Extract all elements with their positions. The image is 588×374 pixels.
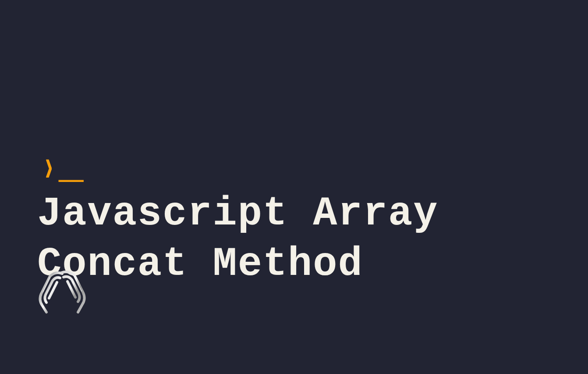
- chevron-icon: ›: [42, 145, 56, 192]
- page-title: Javascript Array Concat Method: [37, 189, 554, 289]
- underscore-icon: _: [59, 146, 80, 188]
- title-line: › _ Javascript Array Concat Method: [37, 147, 554, 289]
- prompt-icon: › _: [37, 147, 80, 189]
- paperclip-a-logo: [36, 268, 89, 317]
- title-content: › _ Javascript Array Concat Method: [37, 147, 554, 289]
